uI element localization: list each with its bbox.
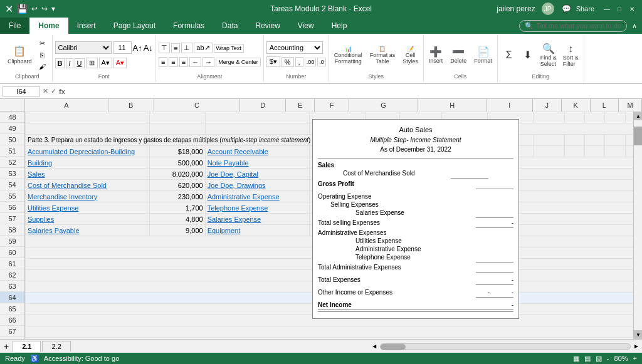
scroll-left-btn[interactable]: ◄ [371,343,377,350]
cell-row67[interactable] [26,326,642,338]
cell-l48[interactable] [605,112,625,123]
italic-btn[interactable]: I [66,58,73,68]
col-header-b[interactable]: B [108,99,154,112]
share-btn[interactable]: Share [576,5,594,13]
col-header-m[interactable]: M [619,99,642,112]
col-header-e[interactable]: E [286,99,315,112]
cell-c57[interactable]: Salaries Expense [205,214,310,225]
cell-k51[interactable] [585,146,605,157]
tab-review[interactable]: Review [246,18,288,34]
wrap-text-btn[interactable]: Wrap Text [214,44,244,53]
cell-a54[interactable]: Cost of Merchandise Sold [26,180,150,191]
cell-j51[interactable] [565,146,585,157]
redo-btn[interactable]: ↪ [41,4,48,13]
h-scroll-track[interactable] [380,343,631,350]
col-header-l[interactable]: L [591,99,619,112]
cell-b56[interactable]: 1,700 [149,202,205,214]
orientation-btn[interactable]: ab↗ [194,43,212,53]
number-format-select[interactable]: Accounting [266,41,323,54]
decimal-decrease-btn[interactable]: .0 [317,58,326,66]
cell-l50[interactable] [605,135,625,146]
cell-styles-btn[interactable]: 📝 CellStyles [400,39,421,71]
percent-btn[interactable]: % [282,57,294,67]
tab-home[interactable]: Home [29,18,68,34]
col-header-j[interactable]: J [533,99,562,112]
scroll-right-btn[interactable]: ► [633,343,639,350]
border-btn[interactable]: ⊞ [86,58,98,68]
cell-j48[interactable] [565,112,585,123]
insert-btn[interactable]: ➕ Insert [426,39,446,71]
cell-a49[interactable] [26,123,150,135]
cell-b52[interactable]: 500,000 [149,157,205,169]
cut-button[interactable]: ✂ [36,38,50,49]
decrease-font-btn[interactable]: A↓ [144,43,153,53]
align-right-btn[interactable]: ≡ [179,57,188,67]
col-header-a[interactable]: A [25,99,108,112]
fill-btn[interactable]: ⬇ [519,39,537,71]
sheet-tab-2-1[interactable]: 2.1 [13,341,41,352]
find-select-btn[interactable]: 🔍 Find &Select [538,39,559,71]
underline-btn[interactable]: U [75,58,85,68]
cell-c54[interactable]: Joe Doe, Drawings [205,180,310,191]
restore-btn[interactable]: □ [614,4,624,13]
zoom-in-btn[interactable]: + [633,355,637,362]
tab-data[interactable]: Data [213,18,246,34]
quick-save[interactable]: 💾 [17,4,28,14]
decimal-increase-btn[interactable]: .00 [305,58,317,66]
cell-j50[interactable] [565,135,585,146]
cell-a52[interactable]: Building [26,157,150,169]
formula-cancel[interactable]: ✕ [43,87,48,95]
increase-font-btn[interactable]: A↑ [133,43,142,53]
cell-c53[interactable]: Joe Doe, Capital [205,169,310,180]
tab-help[interactable]: Help [323,18,356,34]
close-btn[interactable]: ✕ [627,4,637,13]
formula-insert[interactable]: fx [59,88,65,95]
col-header-k[interactable]: K [562,99,591,112]
cell-b58[interactable]: 9,000 [149,225,205,236]
col-header-f[interactable]: F [315,99,349,112]
view-layout-btn[interactable]: ▤ [584,355,591,363]
cell-b48[interactable] [149,112,205,123]
cell-c49[interactable] [205,123,310,135]
cell-c56[interactable]: Telephone Expense [205,202,310,214]
format-painter-button[interactable]: 🖌 [36,61,50,72]
delete-btn[interactable]: ➖ Delete [448,39,469,71]
view-pagebreak-btn[interactable]: ▧ [596,355,602,363]
col-header-d[interactable]: D [240,99,286,112]
cell-reference[interactable]: I64 [3,86,40,96]
autosum-btn[interactable]: Σ [500,39,518,71]
font-color-btn[interactable]: A▾ [113,58,127,68]
cell-b54[interactable]: 620,000 [149,180,205,191]
sort-filter-btn[interactable]: ↕ Sort &Filter [560,39,581,71]
col-header-c[interactable]: C [154,99,240,112]
cell-a51[interactable]: Accumulated Depreciation-Building [26,146,150,157]
cell-a57[interactable]: Supplies [26,214,150,225]
currency-btn[interactable]: $▾ [266,56,280,67]
view-normal-btn[interactable]: ▦ [573,355,579,363]
cell-a58[interactable]: Salaries Payable [26,225,150,236]
tell-me-box[interactable]: 🔍 Tell me what you want to do [519,20,627,32]
cell-c52[interactable]: Note Payable [205,157,310,169]
vertical-scrollbar[interactable]: ▲ ▼ [633,112,642,339]
font-size-input[interactable] [113,41,132,54]
indent-decrease-btn[interactable]: ← [189,57,201,67]
conditional-formatting-btn[interactable]: 📊 ConditionalFormatting [332,39,365,71]
align-center-btn[interactable]: ≡ [169,57,177,67]
cell-a56[interactable]: Utilities Expense [26,202,150,214]
bold-btn[interactable]: B [55,58,65,68]
cell-b55[interactable]: 230,000 [149,191,205,202]
cell-b53[interactable]: 8,020,000 [149,169,205,180]
comma-btn[interactable]: , [295,57,303,67]
tab-file[interactable]: File [0,18,29,34]
cell-k50[interactable] [585,135,605,146]
align-top-btn[interactable]: ⊤ [159,43,170,53]
format-btn[interactable]: 📄 Format [471,39,495,71]
col-header-g[interactable]: G [349,99,418,112]
zoom-out-btn[interactable]: - [607,355,609,362]
cell-a53[interactable]: Sales [26,169,150,180]
scrollbar-thumb[interactable] [634,127,642,145]
add-sheet-btn[interactable]: + [0,341,13,351]
customize-btn[interactable]: ▾ [51,4,55,13]
tab-page-layout[interactable]: Page Layout [105,18,164,34]
indent-increase-btn[interactable]: → [203,57,214,67]
